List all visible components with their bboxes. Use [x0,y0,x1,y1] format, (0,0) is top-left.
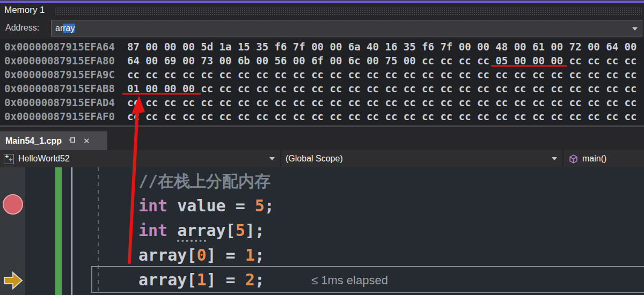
address-label: Address: [5,23,39,33]
code-token: array[ [138,246,196,264]
memory-row[interactable]: 0x00000087915EFA9Ccc cc cc cc cc cc cc c… [4,68,643,82]
tab-title: Main54_1.cpp [5,136,62,146]
address-value-unselected: ar [55,24,63,33]
memory-bytes: 64 00 69 00 73 00 6b 00 56 00 6f 00 6c 0… [127,55,636,67]
code-token: [ [226,221,236,240]
project-name: HelloWorld52 [18,154,70,164]
memory-bytes: cc cc cc cc cc cc cc cc cc cc cc cc cc c… [127,110,636,122]
code-token: ]; [245,221,265,240]
method-cube-icon [569,154,578,164]
code-token: ; [265,196,274,215]
code-line[interactable]: int array[5]; [138,220,265,241]
memory-window: Memory 1 Address: array 0x00000087915EFA… [0,0,644,127]
code-token: int [138,196,167,215]
code-token: ay [206,221,225,240]
address-value: array [55,24,75,33]
memory-address: 0x00000087915EFA80 [4,54,127,68]
code-editor[interactable]: //在栈上分配内存int value = 5;int array[5];arra… [0,167,644,295]
tab-main54-1-cpp[interactable]: Main54_1.cpp ✕ [0,131,107,150]
editor-navbar: ++ HelloWorld52 (Global Scope) main() [0,150,644,167]
memory-address: 0x00000087915EFA64 [4,40,127,54]
code-token: value [167,196,235,215]
pin-icon[interactable] [68,136,77,146]
address-toolbar: Address: array [0,18,644,39]
close-icon[interactable]: ✕ [83,136,90,146]
code-token: ] = [206,246,245,264]
memory-address: 0x00000087915EFA9C [4,68,127,82]
project-dropdown[interactable]: ++ HelloWorld52 [0,150,280,167]
memory-bytes: cc cc cc cc cc cc cc cc cc cc cc cc cc c… [127,69,636,80]
scope-name: (Global Scope) [286,154,343,164]
code-token: ] = [206,270,245,289]
memory-bytes: 87 00 00 00 5d 1a 15 35 f6 7f 00 00 6a 4… [127,41,636,53]
memory-address: 0x00000087915EFAB8 [4,82,127,95]
pane-divider [0,126,644,127]
code-token: 2 [245,270,255,289]
drag-grip-icon[interactable] [55,7,642,15]
code-token: 1 [245,246,255,264]
method-name: main() [582,154,606,164]
memory-row[interactable]: 0x00000087915EFA8064 00 69 00 73 00 6b 0… [4,54,643,68]
code-token: array[ [138,270,196,289]
code-token: //在栈上分配内存 [138,172,270,190]
code-token: ; [255,246,265,264]
memory-row[interactable]: 0x00000087915EFA6487 00 00 00 5d 1a 15 3… [4,40,643,54]
memory-row[interactable]: 0x00000087915EFAD4cc cc cc cc cc cc cc c… [4,95,643,109]
address-input[interactable]: array [51,20,642,36]
memory-bytes: 01 00 00 00 cc cc cc cc cc cc cc cc cc c… [127,83,636,94]
scope-dropdown[interactable]: (Global Scope) [281,150,562,167]
memory-hex-grid[interactable]: 0x00000087915EFA6487 00 00 00 5d 1a 15 3… [4,40,643,126]
code-token: 5 [255,196,265,215]
memory-address: 0x00000087915EFAD4 [4,95,127,109]
code-token: int [138,221,167,240]
code-line[interactable]: array[0] = 1; [138,245,265,266]
memory-row[interactable]: 0x00000087915EFAB801 00 00 00 cc cc cc c… [4,82,643,95]
address-value-selection: ray [63,24,75,33]
code-token: 0 [196,246,206,264]
document-tab-strip: Main54_1.cpp ✕ [0,127,644,150]
code-token: 5 [236,221,245,240]
memory-row[interactable]: 0x00000087915EFAF0cc cc cc cc cc cc cc c… [4,109,643,123]
perf-tip: ≤ 1ms elapsed [311,274,388,287]
code-line[interactable]: int value = 5; [138,195,274,217]
code-line[interactable]: //在栈上分配内存 [138,171,270,192]
memory-titlebar[interactable]: Memory 1 [0,3,644,18]
code-token: 1 [196,270,206,289]
code-token: arr [177,221,206,242]
method-dropdown[interactable]: main() [564,150,644,167]
chevron-down-icon [552,157,557,160]
memory-address: 0x00000087915EFAF0 [4,109,127,123]
code-token: = [236,196,255,215]
code-token [167,221,177,240]
vs-debug-window: Memory 1 Address: array 0x00000087915EFA… [0,0,644,295]
chevron-down-icon[interactable] [632,27,638,31]
memory-title: Memory 1 [4,5,45,16]
chevron-down-icon [269,157,275,160]
code-line[interactable]: array[1] = 2; [138,269,265,291]
cpp-project-icon: ++ [4,154,14,164]
code-token: ; [255,270,265,289]
memory-bytes: cc cc cc cc cc cc cc cc cc cc cc cc cc c… [127,97,636,108]
